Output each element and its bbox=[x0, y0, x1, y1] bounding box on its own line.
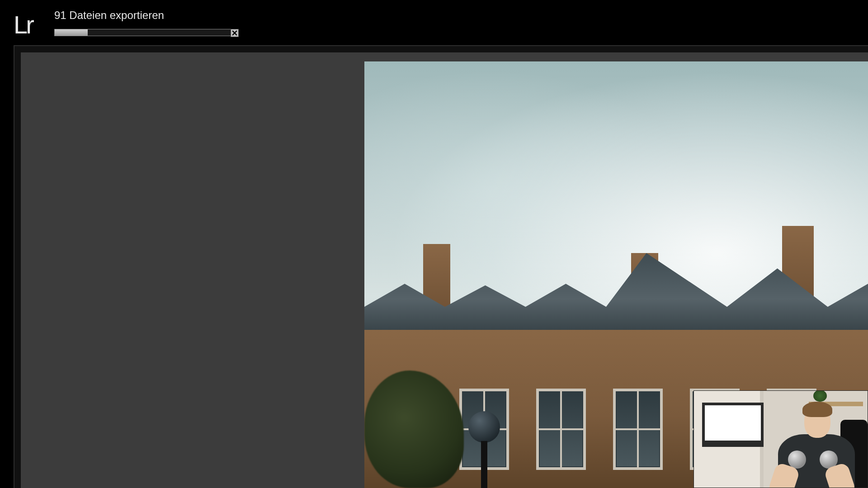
photo-street-lamp bbox=[468, 411, 500, 488]
webcam-monitor bbox=[702, 403, 764, 447]
export-progress-bar bbox=[54, 29, 239, 36]
app-logo: Lr bbox=[14, 10, 33, 39]
webcam-person bbox=[769, 397, 855, 488]
export-task-label: 91 Dateien exportieren bbox=[54, 9, 164, 22]
export-cancel-button[interactable] bbox=[231, 29, 239, 37]
close-icon bbox=[232, 30, 237, 36]
webcam-overlay bbox=[693, 390, 868, 488]
photo-window bbox=[536, 389, 586, 470]
app-top-bar: Lr 91 Dateien exportieren bbox=[0, 0, 868, 45]
photo-window bbox=[613, 389, 663, 470]
export-progress-fill bbox=[55, 29, 88, 36]
